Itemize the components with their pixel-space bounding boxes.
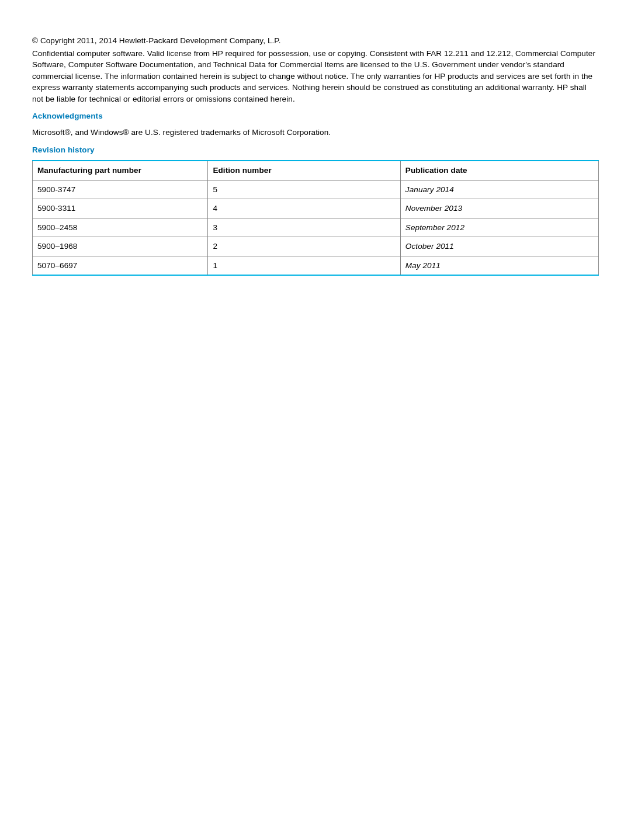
col-header-edition: Edition number bbox=[208, 161, 400, 180]
cell-date: May 2011 bbox=[400, 256, 598, 275]
cell-date: September 2012 bbox=[400, 218, 598, 237]
col-header-part-number: Manufacturing part number bbox=[33, 161, 208, 180]
cell-part-number: 5900-3311 bbox=[33, 199, 208, 218]
table-row: 5900-3747 5 January 2014 bbox=[33, 180, 599, 199]
cell-date: November 2013 bbox=[400, 199, 598, 218]
cell-part-number: 5900–1968 bbox=[33, 237, 208, 256]
cell-edition: 4 bbox=[208, 199, 400, 218]
cell-edition: 3 bbox=[208, 218, 400, 237]
cell-date: October 2011 bbox=[400, 237, 598, 256]
legal-paragraph: Confidential computer software. Valid li… bbox=[32, 48, 599, 105]
cell-date: January 2014 bbox=[400, 180, 598, 199]
document-page: © Copyright 2011, 2014 Hewlett-Packard D… bbox=[0, 0, 631, 311]
cell-part-number: 5070–6697 bbox=[33, 256, 208, 275]
acknowledgments-heading: Acknowledgments bbox=[32, 110, 599, 122]
table-header-row: Manufacturing part number Edition number… bbox=[33, 161, 599, 180]
table-row: 5900–2458 3 September 2012 bbox=[33, 218, 599, 237]
col-header-date: Publication date bbox=[400, 161, 598, 180]
acknowledgments-text: Microsoft®, and Windows® are U.S. regist… bbox=[32, 127, 599, 138]
copyright-line: © Copyright 2011, 2014 Hewlett-Packard D… bbox=[32, 35, 599, 47]
table-row: 5900-3311 4 November 2013 bbox=[33, 199, 599, 218]
cell-part-number: 5900-3747 bbox=[33, 180, 208, 199]
revision-history-table: Manufacturing part number Edition number… bbox=[32, 160, 599, 276]
table-row: 5070–6697 1 May 2011 bbox=[33, 256, 599, 275]
table-row: 5900–1968 2 October 2011 bbox=[33, 237, 599, 256]
cell-edition: 5 bbox=[208, 180, 400, 199]
cell-edition: 2 bbox=[208, 237, 400, 256]
cell-part-number: 5900–2458 bbox=[33, 218, 208, 237]
cell-edition: 1 bbox=[208, 256, 400, 275]
revision-history-heading: Revision history bbox=[32, 144, 599, 156]
